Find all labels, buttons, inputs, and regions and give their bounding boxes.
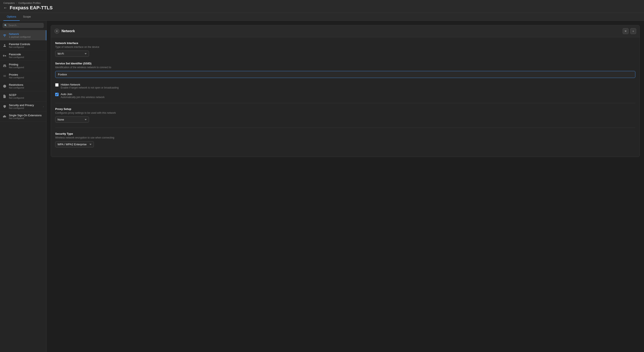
key-icon [2,54,7,58]
remove-section-button[interactable]: ✕ [623,28,628,34]
security-type-label: Security Type [55,132,635,135]
security-type-desc: Wireless network encryption to use when … [55,136,635,139]
hidden-network-desc: Enable if target network is not open or … [61,86,118,89]
content-area: ▾ Network ✕ + Network Interface Type of … [46,21,644,352]
sidebar-item-label: Proxies [9,73,24,76]
shield-icon [2,104,7,109]
breadcrumb-sep: : [16,2,17,4]
sidebar-item-sub: Not configured [9,86,24,89]
block-icon [2,84,7,88]
sidebar-item-label: Printing [9,63,24,66]
sidebar-item-restrictions[interactable]: Restrictions Not configured [0,81,46,91]
sidebar-item-sub: Not configured [9,76,24,79]
section-network: ▾ Network ✕ + Network Interface Type of … [51,25,640,157]
back-button[interactable]: ← [4,6,7,10]
search-icon: 🔍 [4,24,7,27]
proxy-setup-desc: Configures proxy settings to be used wit… [55,111,635,114]
top-bar: Computers : Configuration Profiles ← Fox… [0,0,644,13]
add-section-button[interactable]: + [630,28,636,34]
proxy-setup-label: Proxy Setup [55,107,635,111]
sidebar-item-passcode[interactable]: Passcode Not configured [0,51,46,61]
sidebar-item-sub: Not configured [9,107,34,109]
sidebar-item-printing[interactable]: Printing Not configured [0,61,46,71]
wifi-icon [2,33,7,38]
sidebar-item-sub: Not configured [9,66,24,69]
sidebar-item-label: Security and Privacy [9,104,34,107]
printer-icon [2,64,7,68]
sidebar-item-label: Single Sign-On Extensions [9,114,42,117]
sidebar-item-sso-extensions[interactable]: Single Sign-On Extensions Not configured [0,112,46,122]
breadcrumb-computers: Computers [4,2,15,4]
sidebar-item-network[interactable]: Network 1 payload configured [0,30,46,41]
section-title: Network [62,29,75,33]
auto-join-group: Auto Join Automatically join this wirele… [55,93,635,99]
ssid-label: Service Set Identifier (SSID) [55,62,635,65]
hidden-network-checkbox[interactable] [55,83,58,87]
hidden-network-group: Hidden Network Enable if target network … [55,83,635,89]
network-interface-group: Network Interface Type of network interf… [55,42,635,57]
proxy-setup-select[interactable]: None Manual Auto [55,116,89,123]
cloud-icon [2,115,7,119]
sidebar-item-security-privacy[interactable]: Security and Privacy Not configured › [0,101,46,112]
tabs-bar: Options Scope [0,13,644,21]
sidebar-item-sub: Not configured [9,46,30,48]
sidebar-item-sub: 1 payload configured [9,36,30,38]
tab-options[interactable]: Options [4,13,20,21]
auto-join-desc: Automatically join this wireless network [61,96,104,99]
search-input[interactable] [8,24,42,27]
network-interface-desc: Type of network interface on the device [55,46,635,49]
sidebar-item-label: SCEP [9,93,24,97]
person-badge-icon [2,43,7,48]
sidebar-item-scep[interactable]: SCEP Not configured [0,91,46,101]
ssid-group: Service Set Identifier (SSID) Identifica… [55,62,635,78]
sidebar-item-label: Network [9,32,30,36]
sidebar-item-proxies[interactable]: Proxies Not configured [0,71,46,81]
breadcrumb: Computers : Configuration Profiles [4,2,640,4]
sidebar-item-sub: Not configured [9,97,24,99]
tab-scope[interactable]: Scope [20,13,34,21]
chevron-icon: › [43,105,44,108]
doc-icon [2,94,7,98]
sidebar-item-sub: Not configured [9,56,24,58]
security-type-select[interactable]: WPA / WPA2 Enterprise WPA2 Enterprise An… [55,141,94,147]
security-type-group: Security Type Wireless network encryptio… [55,132,635,147]
ssid-input[interactable] [55,71,635,78]
network-interface-label: Network Interface [55,42,635,45]
auto-join-label: Auto Join [61,93,72,96]
sidebar: 🔍 Network 1 payload configured Parental … [0,21,46,352]
sidebar-item-label: Parental Controls [9,43,30,46]
sidebar-item-sub: Not configured [9,117,42,119]
ssid-desc: Identification of the wireless network t… [55,66,635,69]
sidebar-item-label: Restrictions [9,83,24,86]
list-icon [2,74,7,78]
network-interface-select[interactable]: Wi-Fi Ethernet Any [55,51,89,57]
proxy-setup-group: Proxy Setup Configures proxy settings to… [55,107,635,123]
breadcrumb-config-profiles: Configuration Profiles [18,2,40,4]
auto-join-checkbox[interactable] [55,93,58,96]
collapse-button[interactable]: ▾ [54,29,60,34]
page-title: Foxpass EAP-TTLS [10,5,53,11]
sidebar-item-parental-controls[interactable]: Parental Controls Not configured [0,41,46,51]
hidden-network-label: Hidden Network [61,83,80,86]
sidebar-item-label: Passcode [9,53,24,56]
